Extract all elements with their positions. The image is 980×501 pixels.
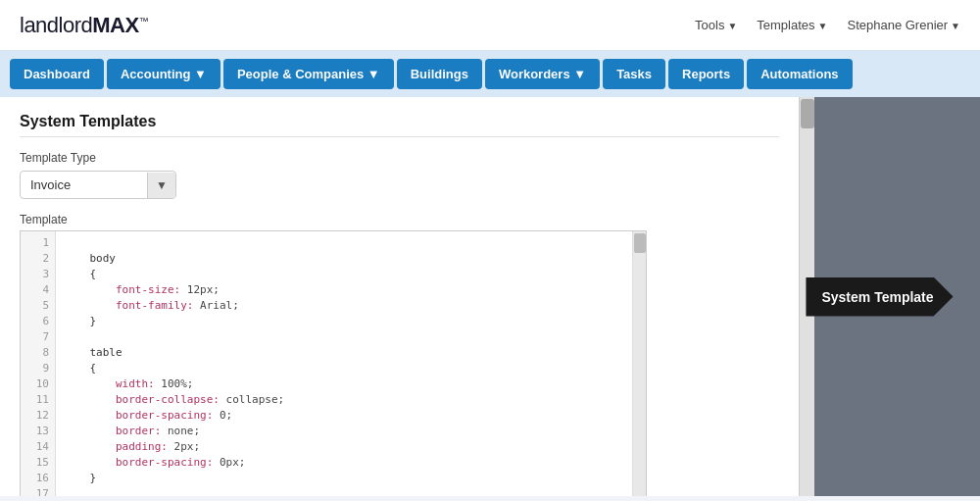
- main-content: System Templates Template Type Invoice ▼…: [0, 97, 799, 496]
- code-line: font-family: Arial;: [64, 298, 624, 314]
- code-line: {: [64, 267, 624, 282]
- top-right-nav: Tools▼ Templates▼ Stephane Grenier▼: [695, 18, 960, 32]
- code-scroll-thumb[interactable]: [634, 233, 646, 253]
- line-number: 4: [21, 282, 55, 298]
- code-line: [64, 329, 624, 345]
- code-editor[interactable]: 1234567891011121314151617181920212223242…: [20, 230, 647, 496]
- select-value: Invoice: [21, 172, 147, 198]
- code-line: border-spacing: 0px;: [64, 455, 624, 471]
- nav-tasks[interactable]: Tasks: [603, 59, 665, 89]
- nav-people-companies[interactable]: People & Companies ▼: [223, 59, 394, 89]
- code-line: width: 100%;: [64, 376, 624, 392]
- logo-tm: ™: [139, 15, 149, 25]
- nav-accounting[interactable]: Accounting ▼: [107, 59, 220, 89]
- tools-menu[interactable]: Tools▼: [695, 18, 737, 32]
- select-dropdown-arrow[interactable]: ▼: [147, 173, 175, 198]
- logo: landlordMAX™: [20, 13, 148, 38]
- nav-dashboard[interactable]: Dashboard: [10, 59, 104, 89]
- nav-workorders[interactable]: Workorders ▼: [485, 59, 600, 89]
- scrollbar-thumb[interactable]: [801, 99, 814, 128]
- line-number: 12: [21, 408, 55, 424]
- nav-buildings[interactable]: Buildings: [397, 59, 482, 89]
- line-number: 2: [21, 251, 55, 267]
- line-number: 10: [21, 376, 55, 392]
- line-number: 6: [21, 314, 55, 329]
- user-menu[interactable]: Stephane Grenier▼: [847, 18, 960, 32]
- code-line: border: none;: [64, 424, 624, 439]
- line-number: 9: [21, 361, 55, 376]
- line-number: 7: [21, 329, 55, 345]
- template-label: Template: [20, 213, 779, 226]
- line-number: 8: [21, 345, 55, 361]
- line-number: 11: [21, 392, 55, 408]
- code-line: </span>: [64, 235, 624, 251]
- top-bar: landlordMAX™ Tools▼ Templates▼ Stephane …: [0, 0, 980, 51]
- code-line: body: [64, 251, 624, 267]
- code-area[interactable]: </span> body { font-size: 12px; font-fam…: [56, 231, 632, 496]
- line-number: 3: [21, 267, 55, 282]
- code-line: padding: 2px;: [64, 439, 624, 455]
- nav-automations[interactable]: Automations: [747, 59, 852, 89]
- code-line: }: [64, 471, 624, 486]
- content-wrapper: System Templates Template Type Invoice ▼…: [0, 97, 980, 496]
- logo-max: MAX: [92, 13, 138, 37]
- code-line: table: [64, 345, 624, 361]
- line-number: 16: [21, 471, 55, 486]
- template-type-label: Template Type: [20, 151, 779, 165]
- code-line: [64, 486, 624, 496]
- line-number: 14: [21, 439, 55, 455]
- page-title: System Templates: [20, 113, 779, 137]
- right-panel: System Template: [799, 97, 980, 496]
- line-number: 5: [21, 298, 55, 314]
- template-type-select[interactable]: Invoice ▼: [20, 171, 176, 199]
- code-line: font-size: 12px;: [64, 282, 624, 298]
- nav-reports[interactable]: Reports: [668, 59, 744, 89]
- line-numbers: 1234567891011121314151617181920212223242…: [21, 231, 56, 496]
- line-number: 13: [21, 424, 55, 439]
- line-number: 17: [21, 486, 55, 496]
- code-scrollbar[interactable]: [632, 231, 646, 496]
- line-number: 15: [21, 455, 55, 471]
- code-line: }: [64, 314, 624, 329]
- code-line: {: [64, 361, 624, 376]
- code-line: border-collapse: collapse;: [64, 392, 624, 408]
- logo-landlord: landlord: [20, 13, 92, 37]
- code-line: border-spacing: 0;: [64, 408, 624, 424]
- system-template-arrow: System Template: [806, 277, 953, 317]
- line-number: 1: [21, 235, 55, 251]
- nav-bar: Dashboard Accounting ▼ People & Companie…: [0, 51, 980, 97]
- templates-menu[interactable]: Templates▼: [757, 18, 827, 32]
- arrow-label: System Template: [806, 277, 953, 317]
